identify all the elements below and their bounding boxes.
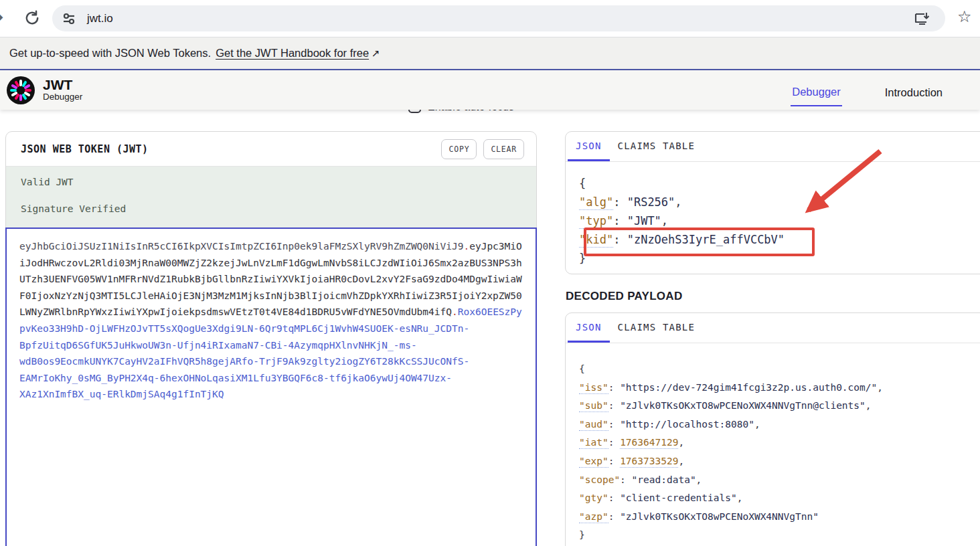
json-comma: , (737, 492, 743, 503)
jwt-token-input[interactable]: eyJhbGciOiJSUzI1NiIsInR5cCI6IkpXVCIsImtp… (5, 227, 537, 546)
encoded-card-header: JSON WEB TOKEN (JWT) COPY CLEAR (6, 132, 536, 167)
decoded-payload-label: DECODED PAYLOAD (566, 290, 683, 303)
json-comma: , (678, 437, 684, 448)
annotation-arrow (777, 145, 910, 232)
claim-key-alg[interactable]: "alg" (579, 195, 613, 210)
claim-value-exp[interactable]: 1763733529 (620, 456, 678, 468)
token-separator: . (463, 241, 469, 252)
json-colon: : (608, 400, 620, 411)
claim-value-aud: "http://localhost:8080" (620, 419, 754, 430)
decoded-payload-json[interactable]: { "iss": "https://dev-724gim41fcgi3z2p.u… (566, 343, 980, 546)
claim-key-azp[interactable]: "azp" (579, 511, 608, 523)
json-colon: : (613, 214, 627, 227)
claim-row-iat: "iat": 1763647129, (579, 434, 977, 452)
kid-highlight-box (584, 227, 815, 256)
token-segment: eyJhbGciOiJSUzI1NiIsInR5cCI6IkpXVCIsImtp… (19, 241, 463, 252)
json-colon: : (613, 195, 627, 209)
json-colon: : (608, 511, 620, 522)
claim-key-iss[interactable]: "iss" (579, 382, 608, 394)
json-comma: , (675, 195, 681, 209)
claim-key-exp[interactable]: "exp" (579, 456, 608, 468)
json-colon: : (608, 382, 620, 393)
claim-value-scope: "read:data" (632, 474, 696, 485)
json-comma: , (754, 419, 760, 430)
claim-row-iss: "iss": "https://dev-724gim41fcgi3z2p.us.… (579, 379, 977, 397)
jwt-logo-icon[interactable] (7, 76, 35, 104)
logo-title: JWT (43, 78, 82, 92)
json-colon: : (620, 474, 631, 485)
decoded-header-tabs: JSONCLAIMS TABLE (566, 132, 980, 162)
jwt-card-title: JSON WEB TOKEN (JWT) (21, 143, 149, 155)
payload-tab-json[interactable]: JSON (568, 313, 610, 343)
copy-button[interactable]: COPY (441, 139, 477, 159)
decoded-payload-card: JSONCLAIMS TABLE { "iss": "https://dev-7… (565, 312, 980, 546)
json-brace: } (579, 529, 585, 540)
decoded-payload-tabs: JSONCLAIMS TABLE (566, 313, 980, 343)
claim-row-gty: "gty": "client-credentials", (579, 489, 977, 508)
decoded-header-json[interactable]: { "alg": "RS256", "typ": "JWT", "kid": "… (566, 162, 980, 280)
validation-status: Valid JWT Signature Verified (6, 167, 536, 227)
claim-key-scope: "scope" (579, 474, 620, 485)
header-tab-json[interactable]: JSON (568, 132, 610, 161)
claim-value-sub: "zJlvk0TKsOKxTO8wPCENoXWX4NNVgTnn@client… (620, 400, 866, 411)
json-comma: , (661, 214, 668, 227)
encoded-jwt-card: JSON WEB TOKEN (JWT) COPY CLEAR Valid JW… (5, 131, 537, 546)
claim-value-gty: "client-credentials" (620, 492, 737, 503)
json-comma: , (696, 474, 702, 485)
claim-key-sub[interactable]: "sub" (579, 400, 608, 412)
claim-key-iat[interactable]: "iat" (579, 437, 608, 449)
claim-value-typ: "JWT" (627, 214, 661, 227)
json-brace: { (579, 177, 586, 190)
json-colon: : (608, 437, 620, 448)
claim-row-sub: "sub": "zJlvk0TKsOKxTO8wPCENoXWX4NNVgTnn… (579, 397, 977, 416)
nav-debugger[interactable]: Debugger (791, 74, 841, 106)
json-colon: : (608, 492, 620, 503)
page: ➔ jwt.io ☆ Get up-to-speed with JSON Web… (0, 0, 980, 546)
payload-tab-claims-table[interactable]: CLAIMS TABLE (610, 313, 704, 343)
valid-jwt-status: Valid JWT (21, 177, 521, 187)
claim-value-iss: "https://dev-724gim41fcgi3z2p.us.auth0.c… (620, 382, 877, 393)
json-brace: { (579, 363, 585, 374)
json-comma: , (866, 400, 872, 411)
json-comma: , (877, 382, 883, 393)
claim-row-aud: "aud": "http://localhost:8080", (579, 416, 977, 434)
token-segment: eyJpc3MiOiJodHRwczovL2Rldi03MjRnaW00MWZj… (19, 241, 522, 317)
claim-key-aud[interactable]: "aud" (579, 419, 608, 431)
claim-value-iat[interactable]: 1763647129 (620, 437, 678, 449)
signature-verified-status: Signature Verified (21, 203, 521, 214)
claim-key-typ[interactable]: "typ" (579, 214, 613, 229)
claim-value-azp: "zJlvk0TKsOKxTO8wPCENoXWX4NNVgTnn" (620, 511, 819, 522)
header-nav: DebuggerIntroduction (791, 70, 944, 110)
site-header: JWT Debugger DebuggerIntroduction (0, 70, 980, 110)
claim-row-exp: "exp": 1763733529, (579, 452, 977, 471)
claim-row-azp: "azp": "zJlvk0TKsOKxTO8wPCENoXWX4NNVgTnn… (579, 508, 977, 527)
token-segment: Rox6OEESzPypvKeo33H9hD-OjLWFHzOJvTT5sXQo… (19, 306, 522, 399)
header-tab-claims-table[interactable]: CLAIMS TABLE (610, 132, 704, 161)
claim-value-alg: "RS256" (627, 195, 675, 209)
nav-introduction[interactable]: Introduction (884, 75, 944, 106)
json-colon: : (608, 456, 620, 466)
claim-row-scope: "scope": "read:data", (579, 471, 977, 490)
json-comma: , (678, 456, 684, 466)
logo-subtitle: Debugger (43, 92, 82, 102)
token-separator: . (452, 306, 458, 317)
json-colon: : (608, 419, 620, 430)
claim-key-gty: "gty" (579, 492, 608, 503)
clear-button[interactable]: CLEAR (483, 139, 524, 159)
